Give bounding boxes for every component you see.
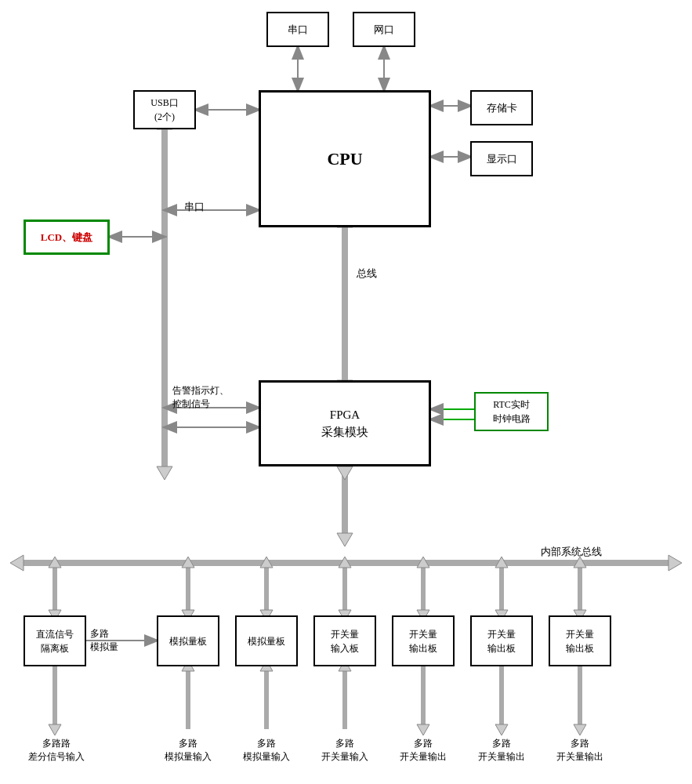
architecture-diagram: CPU 串口 网口 USB口(2个) 存储卡 显示口 LCD、键盘 FPGA采集…	[0, 0, 692, 784]
analog-board-2-box: 模拟量板	[235, 615, 298, 666]
svg-marker-57	[417, 724, 429, 735]
internal-bus-label: 内部系统总线	[541, 545, 602, 559]
bottom-label-switch-out2: 多路开关量输出	[470, 737, 533, 764]
serial-top-left-box: 串口	[266, 12, 329, 47]
analog-board-2-label: 模拟量板	[248, 634, 285, 648]
svg-marker-61	[574, 724, 586, 735]
multi-analog-label: 多路模拟量	[90, 627, 118, 654]
dc-isolator-box: 直流信号隔离板	[24, 615, 86, 666]
switch-input-label: 开关量输入板	[331, 627, 359, 655]
fpga-label: FPGA采集模块	[321, 406, 368, 441]
switch-input-box: 开关量输入板	[313, 615, 376, 666]
svg-marker-26	[668, 555, 682, 571]
display-box: 显示口	[470, 141, 533, 176]
storage-box: 存储卡	[470, 90, 533, 125]
lcd-keyboard-label: LCD、键盘	[41, 230, 92, 245]
svg-marker-22	[337, 466, 353, 480]
svg-marker-35	[260, 557, 273, 568]
bus-label: 总线	[357, 267, 377, 281]
cpu-box: CPU	[259, 90, 431, 227]
usb-label: USB口(2个)	[150, 96, 178, 124]
switch-output-1-box: 开关量输出板	[392, 615, 455, 666]
switch-output-1-label: 开关量输出板	[409, 627, 437, 655]
fpga-box: FPGA采集模块	[259, 380, 431, 466]
svg-marker-59	[495, 724, 508, 735]
bottom-label-analog2: 多路模拟量输入	[235, 737, 298, 764]
storage-label: 存储卡	[487, 100, 517, 116]
lcd-keyboard-box: LCD、键盘	[24, 220, 110, 255]
cpu-label: CPU	[327, 146, 362, 172]
svg-marker-41	[417, 557, 429, 568]
alarm-label: 告警指示灯、控制信号	[172, 384, 229, 411]
rtc-label: RTC实时时钟电路	[493, 397, 531, 426]
display-label: 显示口	[487, 151, 517, 167]
svg-marker-38	[339, 557, 351, 568]
switch-output-2-label: 开关量输出板	[487, 627, 516, 655]
dc-isolator-label: 直流信号隔离板	[36, 627, 74, 655]
svg-marker-25	[10, 555, 24, 571]
switch-output-3-box: 开关量输出板	[549, 615, 611, 666]
svg-marker-29	[49, 557, 61, 568]
network-top-box: 网口	[353, 12, 415, 47]
svg-marker-11	[157, 466, 172, 480]
svg-marker-49	[49, 724, 61, 735]
svg-marker-23	[337, 533, 353, 546]
switch-output-2-box: 开关量输出板	[470, 615, 533, 666]
serial-mid-label: 串口	[184, 200, 205, 214]
bottom-label-switch-out1: 多路开关量输出	[392, 737, 455, 764]
network-top-label: 网口	[374, 22, 394, 38]
analog-board-1-box: 模拟量板	[157, 615, 219, 666]
bottom-label-analog1: 多路模拟量输入	[157, 737, 219, 764]
bottom-label-switch-out3: 多路开关量输出	[549, 737, 611, 764]
bottom-label-dc: 多路路差分信号输入	[25, 737, 88, 764]
svg-marker-44	[495, 557, 508, 568]
switch-output-3-label: 开关量输出板	[566, 627, 594, 655]
usb-box: USB口(2个)	[133, 90, 196, 129]
serial-top-left-label: 串口	[288, 22, 308, 38]
rtc-box: RTC实时时钟电路	[474, 392, 549, 431]
bottom-label-switch-in: 多路开关量输入	[313, 737, 376, 764]
svg-marker-32	[182, 557, 194, 568]
analog-board-1-label: 模拟量板	[169, 634, 207, 648]
